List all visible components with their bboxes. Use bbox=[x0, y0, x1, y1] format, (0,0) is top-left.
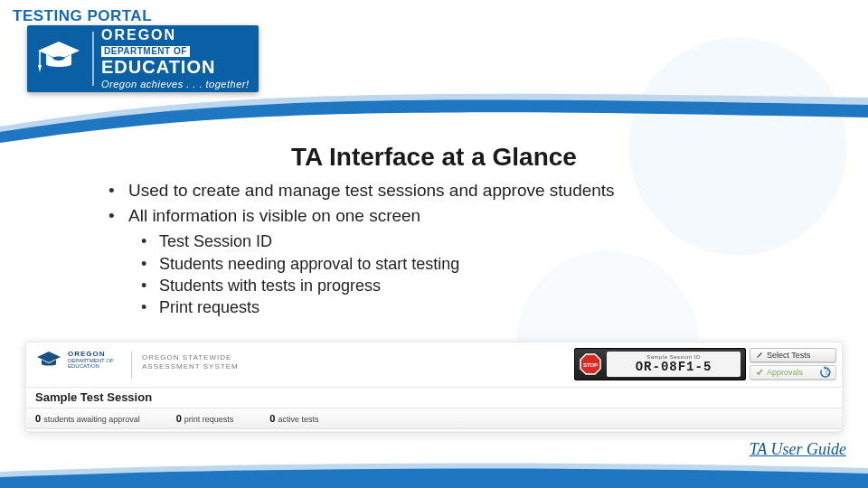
ta-divider bbox=[131, 352, 132, 379]
count-value: 0 bbox=[176, 413, 182, 424]
count-value: 0 bbox=[269, 413, 275, 424]
ta-interface-screenshot: OREGON DEPARTMENT OF EDUCATION OREGON ST… bbox=[25, 342, 843, 432]
count-label: active tests bbox=[278, 415, 318, 424]
section-label: TESTING PORTAL bbox=[13, 7, 152, 25]
ta-session-header: Sample Test Session bbox=[26, 388, 842, 408]
sub-bullet: Print requests bbox=[128, 296, 796, 318]
logo-state: OREGON bbox=[101, 28, 249, 42]
refresh-icon[interactable] bbox=[819, 366, 832, 379]
ta-logo-line3: EDUCATION bbox=[68, 363, 114, 369]
ta-user-guide-link[interactable]: TA User Guide bbox=[750, 440, 846, 459]
svg-marker-3 bbox=[37, 352, 61, 362]
grad-cap-icon bbox=[34, 34, 83, 83]
sub-bullet: Test Session ID bbox=[128, 230, 796, 252]
ta-small-logo: OREGON DEPARTMENT OF EDUCATION bbox=[35, 350, 114, 370]
footer-swoosh bbox=[0, 463, 868, 488]
ta-topbar: OREGON DEPARTMENT OF EDUCATION OREGON ST… bbox=[26, 343, 842, 388]
approvals-button[interactable]: Approvals 0 bbox=[750, 365, 836, 380]
bullet-item: All information is visible on one screen… bbox=[108, 204, 796, 319]
logo-tagline: Oregon achieves . . . together! bbox=[101, 80, 249, 89]
grad-cap-icon bbox=[35, 350, 62, 370]
stop-session-button[interactable]: STOP bbox=[580, 353, 601, 375]
approvals-label: Approvals bbox=[767, 368, 803, 377]
logo-dept: DEPARTMENT OF bbox=[101, 46, 190, 57]
count-active: 0active tests bbox=[269, 413, 318, 424]
slide: TESTING PORTAL OREGON DEPARTMENT OF EDUC… bbox=[0, 0, 868, 488]
select-tests-button[interactable]: Select Tests bbox=[750, 348, 836, 362]
logo-text: OREGON DEPARTMENT OF EDUCATION Oregon ac… bbox=[101, 28, 249, 89]
ta-system-name: OREGON STATEWIDE ASSESSMENT SYSTEM bbox=[142, 353, 239, 371]
ta-system-line: ASSESSMENT SYSTEM bbox=[142, 362, 239, 371]
session-title: Sample Test Session bbox=[35, 390, 152, 404]
svg-text:STOP: STOP bbox=[583, 362, 598, 368]
logo-divider bbox=[92, 32, 94, 86]
check-icon bbox=[756, 369, 763, 376]
bullet-item: Used to create and manage test sessions … bbox=[108, 179, 796, 202]
session-id-display: Sample Session ID OR-08F1-5 bbox=[607, 352, 741, 377]
count-awaiting: 0students awaiting approval bbox=[35, 413, 140, 424]
ode-logo-badge: OREGON DEPARTMENT OF EDUCATION Oregon ac… bbox=[27, 25, 259, 92]
bullet-text: All information is visible on one screen bbox=[128, 206, 420, 225]
count-print: 0print requests bbox=[176, 413, 234, 424]
ta-system-line: OREGON STATEWIDE bbox=[142, 353, 239, 362]
ta-logo-line1: OREGON bbox=[68, 351, 114, 358]
session-id-value: OR-08F1-5 bbox=[636, 360, 712, 374]
count-label: print requests bbox=[184, 415, 234, 424]
sub-bullet: Students with tests in progress bbox=[128, 275, 796, 296]
ta-side-buttons: Select Tests Approvals 0 bbox=[750, 348, 836, 380]
count-label: students awaiting approval bbox=[43, 415, 140, 424]
slide-body: Used to create and manage test sessions … bbox=[108, 179, 796, 320]
select-tests-label: Select Tests bbox=[767, 351, 810, 360]
header-swoosh bbox=[0, 90, 868, 143]
ta-status-bar: 0students awaiting approval 0print reque… bbox=[26, 408, 842, 429]
count-value: 0 bbox=[35, 413, 41, 424]
sub-bullet: Students needing approval to start testi… bbox=[128, 253, 796, 275]
session-id-panel: STOP Sample Session ID OR-08F1-5 bbox=[574, 348, 746, 380]
logo-edu: EDUCATION bbox=[101, 58, 249, 76]
slide-title: TA Interface at a Glance bbox=[0, 143, 868, 172]
svg-marker-2 bbox=[38, 65, 42, 72]
pencil-icon bbox=[756, 352, 763, 359]
svg-marker-6 bbox=[824, 366, 826, 370]
